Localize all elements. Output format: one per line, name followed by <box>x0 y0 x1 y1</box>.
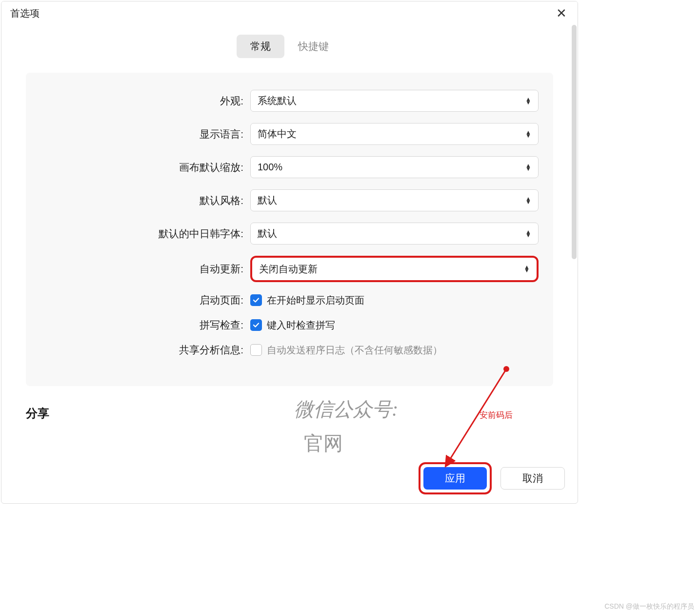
checkbox-wrap-spellcheck: 键入时检查拼写 <box>250 319 335 332</box>
select-value: 关闭自动更新 <box>259 263 318 276</box>
label-analytics: 共享分析信息: <box>40 343 250 357</box>
row-spellcheck: 拼写检查: 键入时检查拼写 <box>40 318 539 332</box>
select-appearance[interactable]: 系统默认 ▲▼ <box>250 90 539 112</box>
row-language: 显示语言: 简体中文 ▲▼ <box>40 123 539 145</box>
select-cjkfont[interactable]: 默认 ▲▼ <box>250 223 539 245</box>
watermark-text: 官网 <box>304 430 343 457</box>
preferences-window: 首选项 ✕ 常规 快捷键 外观: 系统默认 ▲▼ 显示语言: 简体中文 ▲▼ 画… <box>1 1 578 504</box>
checkbox-label: 在开始时显示启动页面 <box>267 294 364 307</box>
row-startpage: 启动页面: 在开始时显示启动页面 <box>40 293 539 307</box>
row-cjkfont: 默认的中日韩字体: 默认 ▲▼ <box>40 223 539 245</box>
footer: 应用 取消 <box>419 462 565 494</box>
chevron-updown-icon: ▲▼ <box>525 131 531 138</box>
csdn-credit: CSDN @做一枚快乐的程序员 <box>604 602 694 611</box>
select-value: 默认 <box>258 194 277 207</box>
chevron-updown-icon: ▲▼ <box>525 197 531 204</box>
check-icon <box>252 321 260 329</box>
select-zoom[interactable]: 100% ▲▼ <box>250 156 539 178</box>
apply-button[interactable]: 应用 <box>423 467 487 490</box>
label-spellcheck: 拼写检查: <box>40 318 250 332</box>
checkbox-wrap-startpage: 在开始时显示启动页面 <box>250 294 364 307</box>
scrollbar[interactable] <box>572 25 577 259</box>
label-startpage: 启动页面: <box>40 293 250 307</box>
settings-panel: 外观: 系统默认 ▲▼ 显示语言: 简体中文 ▲▼ 画布默认缩放: 100% ▲… <box>26 73 553 386</box>
section-share-title: 分享 <box>26 401 553 421</box>
row-zoom: 画布默认缩放: 100% ▲▼ <box>40 156 539 178</box>
label-zoom: 画布默认缩放: <box>40 161 250 174</box>
label-cjkfont: 默认的中日韩字体: <box>40 227 250 241</box>
label-style: 默认风格: <box>40 194 250 207</box>
checkbox-startpage[interactable] <box>250 294 262 306</box>
chevron-updown-icon: ▲▼ <box>525 98 531 104</box>
select-autoupdate[interactable]: 关闭自动更新 ▲▼ <box>250 256 539 282</box>
checkbox-spellcheck[interactable] <box>250 319 262 331</box>
window-title: 首选项 <box>10 7 40 20</box>
select-style[interactable]: 默认 ▲▼ <box>250 189 539 211</box>
select-language[interactable]: 简体中文 ▲▼ <box>250 123 539 145</box>
annotation-label: 安前码后 <box>480 409 513 421</box>
select-value: 系统默认 <box>258 94 297 107</box>
chevron-updown-icon: ▲▼ <box>524 266 530 272</box>
tab-shortcuts[interactable]: 快捷键 <box>284 35 342 58</box>
cancel-button[interactable]: 取消 <box>500 467 565 490</box>
select-value: 默认 <box>258 227 277 240</box>
label-autoupdate: 自动更新: <box>40 262 250 276</box>
check-icon <box>252 296 260 304</box>
label-language: 显示语言: <box>40 127 250 141</box>
close-icon[interactable]: ✕ <box>554 6 569 21</box>
apply-highlight-annotation: 应用 <box>419 462 492 494</box>
tab-general[interactable]: 常规 <box>237 35 284 58</box>
checkbox-label: 键入时检查拼写 <box>267 319 335 332</box>
checkbox-analytics[interactable] <box>250 344 262 356</box>
select-value: 100% <box>258 162 282 173</box>
row-appearance: 外观: 系统默认 ▲▼ <box>40 90 539 112</box>
checkbox-wrap-analytics: 自动发送程序日志（不含任何敏感数据） <box>250 344 442 357</box>
checkbox-label: 自动发送程序日志（不含任何敏感数据） <box>267 344 442 357</box>
titlebar: 首选项 ✕ <box>1 1 578 25</box>
select-value: 简体中文 <box>258 127 297 141</box>
row-autoupdate: 自动更新: 关闭自动更新 ▲▼ <box>40 256 539 282</box>
label-appearance: 外观: <box>40 94 250 108</box>
chevron-updown-icon: ▲▼ <box>525 164 531 171</box>
chevron-updown-icon: ▲▼ <box>525 230 531 237</box>
tab-bar: 常规 快捷键 <box>1 35 578 58</box>
row-style: 默认风格: 默认 ▲▼ <box>40 189 539 211</box>
row-analytics: 共享分析信息: 自动发送程序日志（不含任何敏感数据） <box>40 343 539 357</box>
